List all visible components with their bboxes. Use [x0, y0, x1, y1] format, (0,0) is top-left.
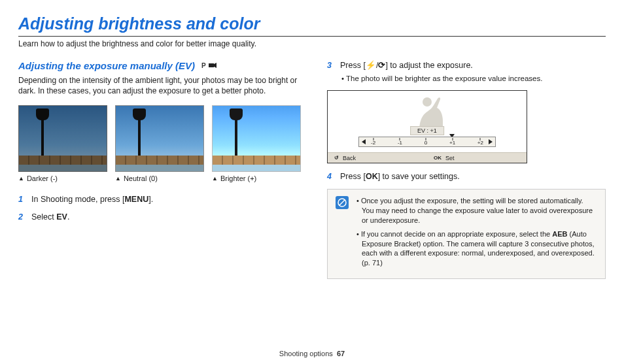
text: ] to adjust the exposure.	[385, 61, 472, 70]
title-divider	[18, 36, 606, 37]
caption-darker-text: Darker (-)	[27, 174, 58, 182]
ev-tick: +2	[477, 138, 483, 146]
text: Press [	[340, 172, 366, 181]
svg-rect-0	[209, 63, 214, 67]
screen-back-hint: ↺ Back	[328, 153, 427, 163]
note-item-1: • Once you adjust the exposure, the sett…	[355, 196, 597, 225]
ok-button-label: OK	[366, 172, 378, 181]
right-column: 3 Press [⚡/⟳] to adjust the exposure. • …	[327, 60, 606, 279]
triangle-icon: ▲	[115, 175, 121, 182]
step-4-text: Press [OK] to save your settings.	[340, 171, 606, 182]
steps-left: 1 In Shooting mode, press [MENU]. 2 Sele…	[18, 194, 301, 223]
svg-line-2	[339, 200, 345, 205]
caption-neutral: ▲Neutral (0)	[115, 174, 204, 182]
screen-set-hint: OK Set	[427, 153, 527, 163]
ev-tick: -1	[398, 138, 402, 146]
back-icon: ↺	[334, 155, 339, 161]
photo-neutral	[115, 105, 204, 172]
section-body-ev: Depending on the intensity of the ambien…	[18, 75, 301, 96]
aeb-label: AEB	[552, 230, 567, 238]
ev-tick: +1	[449, 138, 455, 146]
screen-footer: ↺ Back OK Set	[328, 152, 527, 163]
caption-neutral-text: Neutral (0)	[124, 174, 158, 182]
ev-option-label: EV	[56, 212, 67, 222]
text: Press [	[340, 61, 366, 70]
mode-p-icon: P	[201, 62, 206, 69]
page-subtitle: Learn how to adjust the brightness and c…	[18, 39, 606, 48]
step-2-text: Select EV.	[31, 212, 301, 223]
step-4: 4 Press [OK] to save your settings.	[327, 171, 606, 182]
left-column: Adjusting the exposure manually (EV) P D…	[18, 60, 301, 279]
text: ].	[148, 195, 153, 204]
photo-brighter	[212, 105, 301, 172]
steps-right-bottom: 4 Press [OK] to save your settings.	[327, 171, 606, 182]
caption-row: ▲Darker (-) ▲Neutral (0) ▲Brighter (+)	[18, 174, 301, 182]
step-number: 2	[18, 212, 26, 223]
section-heading-ev: Adjusting the exposure manually (EV) P	[18, 60, 217, 71]
step-1-text: In Shooting mode, press [MENU].	[31, 194, 301, 205]
mode-icons: P	[201, 62, 217, 69]
note-box: • Once you adjust the exposure, the sett…	[327, 189, 606, 279]
photo-darker	[18, 105, 107, 172]
note-icon	[336, 196, 349, 209]
menu-button-label: MENU	[124, 195, 148, 204]
note-item-2: • If you cannot decide on an appropriate…	[355, 229, 597, 268]
ev-tick: -2	[371, 138, 375, 146]
caption-darker: ▲Darker (-)	[18, 174, 107, 182]
back-label: Back	[343, 155, 356, 161]
camera-screen-preview: EV : +1 -2 -1 0 +1 +2 ↺ Back OK Set	[327, 90, 527, 163]
triangle-icon: ▲	[212, 175, 218, 182]
example-photo-row	[18, 105, 301, 172]
step-2: 2 Select EV.	[18, 212, 301, 223]
steps-right-top: 3 Press [⚡/⟳] to adjust the exposure. • …	[327, 60, 606, 84]
step-number: 1	[18, 194, 26, 205]
text: Select	[31, 212, 56, 222]
step-3-sub: • The photo will be brighter as the expo…	[340, 74, 606, 84]
text: • If you cannot decide on an appropriate…	[356, 230, 552, 238]
caption-brighter-text: Brighter (+)	[220, 174, 256, 182]
photo-brighter-image	[212, 105, 301, 172]
text: In Shooting mode, press [	[31, 195, 124, 204]
ok-key-icon: OK	[434, 155, 442, 161]
content-columns: Adjusting the exposure manually (EV) P D…	[18, 60, 606, 279]
screen-body: EV : +1 -2 -1 0 +1 +2	[328, 91, 527, 152]
step-number: 4	[327, 171, 335, 182]
triangle-icon: ▲	[18, 175, 24, 182]
step-3: 3 Press [⚡/⟳] to adjust the exposure. • …	[327, 60, 606, 84]
ev-slider: -2 -1 0 +1 +2	[358, 137, 496, 147]
footer-page-number: 67	[337, 350, 345, 357]
ev-value-label: EV : +1	[410, 126, 444, 135]
note-list: • Once you adjust the exposure, the sett…	[355, 196, 597, 272]
text: .	[67, 212, 69, 222]
footer-section: Shooting options	[279, 350, 333, 357]
set-label: Set	[445, 155, 455, 161]
section-heading-text: Adjusting the exposure manually (EV)	[18, 60, 195, 71]
page-footer: Shooting options 67	[0, 350, 624, 357]
flash-icon: ⚡	[366, 61, 376, 70]
photo-neutral-image	[115, 105, 204, 172]
caption-brighter: ▲Brighter (+)	[212, 174, 301, 182]
ev-tick: 0	[425, 138, 427, 146]
step-1: 1 In Shooting mode, press [MENU].	[18, 194, 301, 205]
page-title: Adjusting brightness and color	[18, 14, 606, 33]
step-number: 3	[327, 60, 335, 84]
step-3-text: Press [⚡/⟳] to adjust the exposure. • Th…	[340, 60, 606, 84]
mode-movie-icon	[209, 63, 217, 69]
text: ] to save your settings.	[378, 172, 460, 181]
timer-icon: ⟳	[378, 61, 385, 70]
photo-darker-image	[18, 105, 107, 172]
